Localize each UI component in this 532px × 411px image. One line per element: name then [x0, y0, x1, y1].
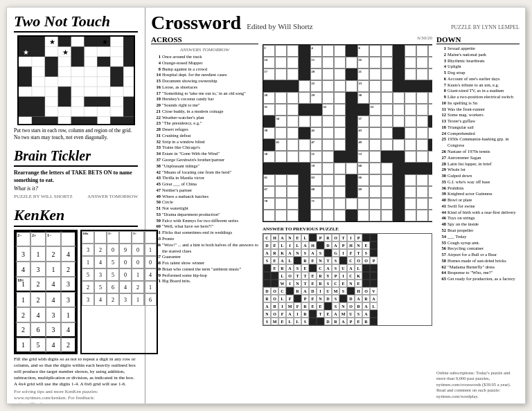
cw-cell	[416, 68, 428, 80]
kk-cell: 1	[15, 338, 30, 353]
prev-answer-cell: P	[370, 257, 378, 264]
cw-cell	[334, 45, 346, 57]
kk6-cell: 3	[119, 293, 132, 306]
cw-cell-number: 21	[359, 70, 362, 73]
prev-answer-cell: S	[332, 257, 339, 264]
kk-cell: 4	[46, 292, 61, 307]
kenken-more-info: For solving tips and more KenKen puzzles…	[14, 389, 138, 404]
cw-cell	[405, 104, 416, 116]
cw-cell: 23	[357, 80, 369, 92]
cw-cell	[393, 163, 405, 174]
down-clue: 46Toys on strings	[436, 215, 520, 221]
kk-cell: 4	[30, 307, 46, 322]
across-clue: 31Crushing defeat	[151, 133, 258, 139]
prev-answer-cell: M	[271, 318, 278, 325]
kk6-cell: 9	[119, 244, 132, 256]
cw-cell	[405, 127, 416, 139]
cw-cell	[405, 116, 416, 127]
cw-cell: 59	[310, 163, 322, 174]
prev-answer-cell: O	[271, 295, 278, 302]
cw-cell	[381, 198, 393, 210]
cw-cell	[334, 198, 346, 210]
clue-number: 4	[151, 60, 161, 66]
clue-text: Prohibits	[447, 185, 463, 192]
cw-cell: 50	[263, 151, 275, 163]
down-clue: 18Triangular sail	[436, 125, 520, 131]
cw-cell	[405, 198, 416, 210]
clue-text: Bowl or plate	[447, 197, 472, 203]
cw-cell	[334, 151, 346, 163]
cw-cell	[369, 210, 381, 221]
prev-answer-cell: E	[309, 302, 317, 310]
prev-answer-cell: A	[347, 264, 355, 272]
across-clue: 38"Unpleasant tidings"	[151, 163, 258, 170]
cw-cell	[287, 139, 299, 151]
svg-text:★: ★	[62, 48, 68, 56]
prev-answer-cell: A	[309, 249, 317, 257]
prev-answer-cell	[362, 234, 370, 241]
svg-text:★: ★	[101, 38, 107, 46]
cw-cell	[369, 45, 381, 57]
clue-number: 3	[436, 58, 446, 64]
clue-number: 16	[151, 84, 161, 91]
prev-answer-cell: O	[362, 257, 370, 264]
down-clue: 7Keats's tribute to an urn, e.g.	[436, 82, 520, 89]
clue-text: Where a nuthatch hatches	[162, 194, 209, 200]
prev-answer-cell: A	[362, 302, 370, 310]
cw-cell	[428, 127, 432, 139]
cw-cell	[416, 104, 428, 116]
prev-answer-cell: S	[339, 287, 347, 295]
prev-answer-cell: R	[362, 318, 370, 325]
cw-cell-number: 15	[312, 58, 315, 62]
cw-cell	[369, 174, 381, 186]
prev-answer-cell	[324, 302, 332, 310]
prev-answer-cell: L	[286, 257, 294, 264]
clue-number: 7	[436, 82, 446, 89]
clue-text: Once around the track	[162, 54, 202, 60]
cw-cell: 21	[357, 68, 369, 80]
kk-cell: 1	[30, 246, 46, 262]
cw-cell	[393, 45, 405, 57]
clue-number: 38	[151, 163, 161, 170]
kk6-cell: 0	[132, 244, 144, 256]
prev-answer-cell: E	[271, 264, 278, 272]
kk-cell: 3	[46, 322, 61, 338]
clue-number: 17	[151, 91, 161, 97]
svg-rect-32	[110, 117, 135, 125]
clue-number: 41	[436, 203, 446, 210]
prev-answer-cell: S	[332, 264, 339, 272]
two-not-touch-title: Two Not Touch	[14, 13, 138, 33]
clue-text: Loose, as shoelaces	[162, 84, 197, 91]
prev-answer-cell	[309, 264, 317, 272]
kk6-cell: 5	[107, 256, 119, 268]
down-clue: 65Get ready for production, as a factory	[436, 276, 520, 282]
prev-answer-cell: E	[271, 241, 278, 249]
cw-cell	[334, 174, 346, 186]
cw-cell	[322, 92, 334, 104]
prev-answer-cell: S	[301, 318, 309, 325]
svg-rect-18	[57, 37, 71, 46]
cw-cell	[299, 116, 310, 127]
clue-number: 35	[436, 179, 446, 185]
cw-cell	[263, 139, 275, 151]
cw-cell	[381, 186, 393, 198]
prev-answer-cell: G	[332, 249, 339, 257]
prev-answer-cell: O	[332, 234, 339, 241]
cw-cell	[287, 80, 299, 92]
prev-answer-cell: U	[324, 287, 332, 295]
crossword-grid: 1481415161720212223282930313233343738424…	[263, 44, 432, 222]
across-clues-list: 1Once around the track4Orange-nosed Mupp…	[151, 54, 258, 399]
svg-rect-24	[97, 57, 110, 66]
clue-text: Rhythmic heartbeats	[447, 58, 485, 64]
cw-cell: 47	[310, 139, 322, 151]
kenken-description: Fill the grid with digits so as not to r…	[14, 356, 138, 387]
cw-cell-number: 71	[312, 199, 315, 203]
prev-answer-cell	[309, 234, 317, 241]
clue-number: 18	[436, 125, 446, 131]
prev-answer-cell	[271, 272, 278, 280]
prev-answer-cell	[317, 241, 324, 249]
cw-cell: 20	[310, 68, 322, 80]
prev-answer-cell: Y	[324, 272, 332, 280]
clue-number: 28	[151, 127, 161, 133]
cw-cell	[275, 57, 287, 68]
